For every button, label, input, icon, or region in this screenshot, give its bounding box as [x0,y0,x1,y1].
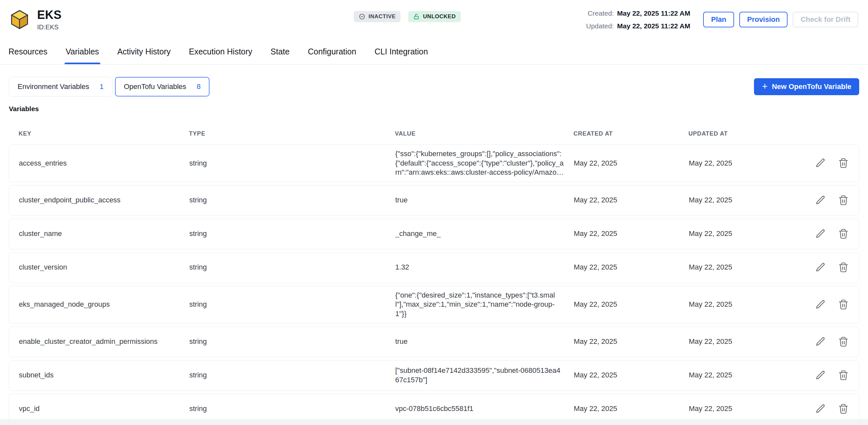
minus-circle-icon [359,13,365,20]
title-block: EKS ID:EKS [37,8,62,31]
variable-value: _change_me_ [395,229,574,239]
variable-key: access_entries [9,159,189,168]
delete-variable-button[interactable] [836,335,850,349]
row-actions [804,369,860,382]
unlock-icon [413,13,420,20]
column-header-value: VALUE [395,130,574,137]
yellow-cube-icon [8,8,31,31]
column-header-type: TYPE [189,130,395,137]
delete-variable-button[interactable] [836,227,850,241]
trash-icon [838,229,849,239]
table-row: enable_cluster_creator_admin_permissions… [9,327,859,357]
eks-logo-icon [8,8,31,31]
tab-activity-history[interactable]: Activity History [117,39,171,64]
variable-updated-at: May 22, 2025 [689,300,804,309]
environment-variables-tab[interactable]: Environment Variables 1 [9,77,113,96]
provision-button[interactable]: Provision [739,12,787,27]
variable-type: string [189,404,395,414]
variable-created-at: May 22, 2025 [574,371,689,380]
pencil-icon [815,403,826,414]
table-row: access_entries string {"sso":{"kubernete… [9,144,859,182]
variable-type: string [189,159,395,168]
edit-variable-button[interactable] [814,227,827,241]
tab-resources[interactable]: Resources [8,39,48,64]
pencil-icon [815,336,826,347]
edit-variable-button[interactable] [814,402,827,416]
column-header-key: KEY [9,130,189,137]
row-actions [804,227,860,241]
plan-button[interactable]: Plan [703,12,734,27]
table-header: KEY TYPE VALUE CREATED AT UPDATED AT [9,130,859,144]
environment-variables-label: Environment Variables [18,83,89,91]
variable-key: cluster_version [9,263,189,272]
status-badges: INACTIVE UNLOCKED [354,11,461,22]
variable-key: cluster_name [9,229,189,239]
edit-variable-button[interactable] [814,261,827,274]
column-header-updated-at: UPDATED AT [688,130,804,137]
edit-variable-button[interactable] [814,156,827,170]
variable-value: vpc-078b51c6cbc5581f1 [395,404,574,414]
variable-key: enable_cluster_creator_admin_permissions [9,337,189,346]
delete-variable-button[interactable] [836,298,850,311]
variable-key: cluster_endpoint_public_access [9,195,189,205]
delete-variable-button[interactable] [836,402,850,416]
table-row: cluster_endpoint_public_access string tr… [9,185,859,216]
header: EKS ID:EKS INACTIVE UNLOCKED [0,0,868,39]
variable-updated-at: May 22, 2025 [689,229,804,239]
pencil-icon [815,262,826,273]
opentofu-variables-tab[interactable]: OpenTofu Variables 8 [115,77,210,96]
variables-table: KEY TYPE VALUE CREATED AT UPDATED AT acc… [9,130,859,424]
edit-variable-button[interactable] [814,193,827,207]
table-row: eks_managed_node_groups string {"one":{"… [9,286,859,324]
delete-variable-button[interactable] [836,369,850,382]
pencil-icon [815,195,826,206]
trash-icon [838,370,849,381]
variable-updated-at: May 22, 2025 [689,159,804,168]
trash-icon [838,299,849,310]
edit-variable-button[interactable] [814,369,827,382]
variable-updated-at: May 22, 2025 [689,337,804,346]
variable-created-at: May 22, 2025 [574,159,689,168]
variable-type: string [189,195,395,205]
new-opentofu-variable-button[interactable]: + New OpenTofu Variable [754,78,859,95]
delete-variable-button[interactable] [836,193,850,207]
delete-variable-button[interactable] [836,156,850,170]
tab-configuration[interactable]: Configuration [308,39,356,64]
edit-variable-button[interactable] [814,298,827,311]
pencil-icon [815,158,826,169]
tab-cli-integration[interactable]: CLI Integration [374,39,428,64]
variable-value: true [395,195,574,205]
created-value: May 22, 2025 11:22 AM [617,8,690,18]
variable-created-at: May 22, 2025 [574,337,689,346]
tab-variables[interactable]: Variables [66,39,99,64]
new-opentofu-variable-label: New OpenTofu Variable [772,83,851,91]
bottom-scrollbar-track [0,419,868,425]
table-row: subnet_ids string ["subnet-08f14e7142d33… [9,360,859,391]
timestamps: Created: May 22, 2025 11:22 AM Updated: … [586,8,690,31]
trash-icon [838,158,849,169]
variable-value: ["subnet-08f14e7142d333595","subnet-0680… [395,366,574,385]
delete-variable-button[interactable] [836,261,850,274]
variable-key: subnet_ids [9,371,189,380]
variable-type-switch: Environment Variables 1 OpenTofu Variabl… [9,77,210,96]
environment-variables-count: 1 [100,83,103,91]
tab-execution-history[interactable]: Execution History [189,39,252,64]
status-badge-inactive: INACTIVE [354,11,400,22]
header-right: Created: May 22, 2025 11:22 AM Updated: … [586,8,858,31]
variable-value: {"sso":{"kubernetes_groups":[],"policy_a… [395,149,574,177]
section-title: Variables [9,105,859,113]
status-badge-label: INACTIVE [369,13,396,20]
variable-value: true [395,337,574,346]
environment-page: EKS ID:EKS INACTIVE UNLOCKED [0,0,868,424]
header-actions: Plan Provision Check for Drift [703,12,858,27]
check-for-drift-button[interactable]: Check for Drift [793,12,858,27]
variables-toolbar: Environment Variables 1 OpenTofu Variabl… [9,77,859,96]
tab-state[interactable]: State [271,39,289,64]
row-actions [804,335,860,349]
row-actions [804,261,860,274]
updated-label: Updated: [586,21,614,31]
edit-variable-button[interactable] [814,335,827,349]
variable-type: string [189,337,395,346]
page-title: EKS [37,8,62,22]
variable-created-at: May 22, 2025 [574,229,689,239]
